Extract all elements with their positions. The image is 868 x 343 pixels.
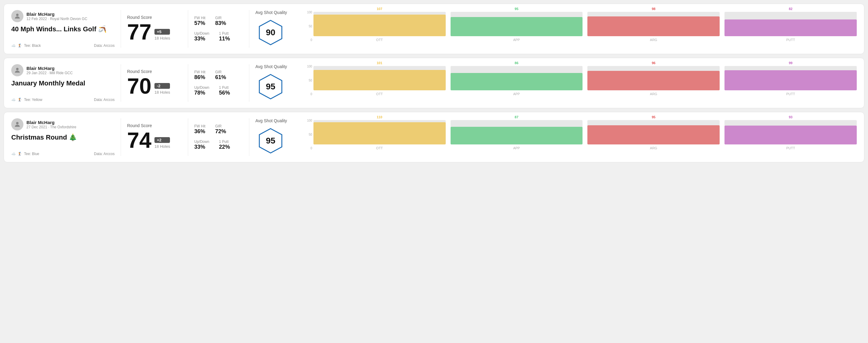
divider-1-1 — [121, 10, 121, 48]
y-axis-50: 50 — [307, 79, 312, 82]
stats-row-bottom-3: Up/Down 33% 1 Putt 22% — [194, 139, 243, 150]
gir-label-3: GIR — [215, 124, 226, 128]
score-main-1: 77 +5 18 Holes — [127, 21, 182, 43]
bag-icon-1: 🏌 — [18, 43, 22, 48]
score-holes-2: 18 Holes — [154, 90, 170, 95]
updown-stat-3: Up/Down 33% — [194, 139, 209, 150]
bar-fill-ott — [313, 70, 446, 90]
gir-value-3: 72% — [215, 128, 226, 135]
bar-group-arg: 96 ARG — [587, 61, 720, 96]
hexagon-wrap-2: 95 — [255, 71, 286, 102]
bar-group-putt: 99 PUTT — [724, 61, 857, 96]
stats-row-top-3: FW Hit 36% GIR 72% — [194, 124, 243, 135]
bar-value-putt: 82 — [789, 7, 792, 11]
bar-container-arg — [587, 120, 720, 145]
y-axis-100: 100 — [307, 11, 312, 14]
bar-group-putt: 82 PUTT — [724, 7, 857, 42]
round-title-1: 40 Mph Winds... Links Golf 🪃 — [11, 25, 115, 33]
divider-1-3 — [121, 118, 121, 156]
gir-stat-1: GIR 83% — [215, 16, 226, 27]
tee-info-2: ☁️ 🏌 Tee: Yellow — [11, 98, 42, 102]
bar-value-ott: 101 — [377, 61, 382, 65]
gir-stat-2: GIR 61% — [215, 70, 226, 81]
score-label-2: Round Score — [127, 69, 182, 74]
score-badge-3: +2 — [154, 137, 170, 143]
quality-label-3: Avg Shot Quality — [255, 118, 287, 123]
y-axis-0: 0 — [307, 38, 312, 42]
player-name-2: Blair McHarg — [26, 66, 73, 71]
bar-group-app: 95 APP — [451, 7, 583, 42]
bar-group-arg: 95 ARG — [587, 115, 720, 150]
bar-label-ott: OTT — [376, 146, 383, 150]
bar-fill-ott — [313, 122, 446, 145]
bar-fill-app — [451, 127, 583, 145]
stats-section-2: FW Hit 86% GIR 61% Up/Down 78% 1 Putt 56… — [194, 64, 243, 102]
round-title-3: Christmas Round 🎄 — [11, 133, 115, 142]
data-source-1: Data: Arccos — [94, 43, 115, 48]
score-main-2: 70 -2 18 Holes — [127, 75, 182, 97]
gir-value-2: 61% — [215, 74, 226, 81]
chart-section-2: 100 50 0 101 OTT 86 APP 96 ARG 99 — [301, 64, 857, 102]
fw-hit-label-3: FW Hit — [194, 124, 206, 128]
tee-label-2: Tee: Yellow — [24, 98, 42, 102]
divider-2-2 — [188, 64, 188, 102]
svg-point-4 — [16, 122, 19, 124]
cloud-icon-2: ☁️ — [11, 98, 16, 102]
bar-value-app: 86 — [515, 61, 518, 65]
cloud-icon-1: ☁️ — [11, 43, 16, 48]
updown-value-2: 78% — [194, 90, 209, 96]
player-name-1: Blair McHarg — [26, 11, 87, 17]
player-info-1: Blair McHarg 12 Feb 2022 · Royal North D… — [11, 10, 115, 22]
cloud-icon-3: ☁️ — [11, 152, 16, 156]
quality-label-1: Avg Shot Quality — [255, 10, 287, 15]
bar-value-app: 95 — [515, 7, 518, 11]
fw-hit-stat-3: FW Hit 36% — [194, 124, 206, 135]
bar-label-app: APP — [513, 38, 520, 42]
oneputt-label-1: 1 Putt — [219, 31, 230, 36]
hexagon-wrap-3: 95 — [255, 126, 286, 156]
y-axis-0: 0 — [307, 147, 312, 150]
hex-number-2: 95 — [266, 82, 275, 92]
bar-value-putt: 93 — [789, 115, 792, 119]
fw-hit-value-1: 57% — [194, 20, 206, 27]
tee-info-3: ☁️ 🏌 Tee: Blue — [11, 152, 39, 156]
chart-section-1: 100 50 0 107 OTT 95 APP 98 ARG 82 — [301, 10, 857, 48]
oneputt-stat-3: 1 Putt 22% — [219, 139, 230, 150]
bar-container-arg — [587, 12, 720, 36]
avatar-1 — [11, 10, 23, 22]
oneputt-value-1: 11% — [219, 36, 230, 42]
bar-value-ott: 107 — [377, 7, 382, 11]
bar-fill-arg — [587, 71, 720, 90]
bar-group-ott: 107 OTT — [313, 7, 446, 42]
score-badge-wrap-2: -2 18 Holes — [154, 83, 170, 97]
bar-value-app: 87 — [515, 115, 518, 119]
bar-container-ott — [313, 12, 446, 36]
bar-value-arg: 98 — [652, 7, 655, 11]
tee-row-3: ☁️ 🏌 Tee: Blue Data: Arccos — [11, 152, 115, 156]
fw-hit-stat-2: FW Hit 86% — [194, 70, 206, 81]
tee-label-3: Tee: Blue — [24, 152, 39, 156]
bar-fill-ott — [313, 14, 446, 36]
player-date-1: 12 Feb 2022 · Royal North Devon GC — [26, 17, 87, 21]
score-section-3: Round Score 74 +2 18 Holes — [127, 118, 182, 156]
round-title-2: January Monthly Medal — [11, 80, 115, 87]
svg-point-0 — [16, 14, 19, 16]
player-date-3: 27 Dec 2021 · The Oxfordshire — [26, 125, 76, 129]
avatar-2 — [11, 64, 23, 76]
bar-fill-arg — [587, 125, 720, 145]
score-holes-3: 18 Holes — [154, 144, 170, 149]
bar-label-putt: PUTT — [786, 38, 795, 42]
divider-2-1 — [188, 10, 188, 48]
bar-group-ott: 110 OTT — [313, 115, 446, 150]
tee-row-1: ☁️ 🏌 Tee: Black Data: Arccos — [11, 43, 115, 48]
divider-1-2 — [121, 64, 121, 102]
score-label-3: Round Score — [127, 123, 182, 128]
left-section-2: Blair McHarg 29 Jan 2022 · Mill Ride GCC… — [11, 64, 115, 102]
bar-container-putt — [724, 120, 857, 145]
bar-value-putt: 99 — [789, 61, 792, 65]
left-section-3: Blair McHarg 27 Dec 2021 · The Oxfordshi… — [11, 118, 115, 156]
bar-label-ott: OTT — [376, 38, 383, 42]
avatar-3 — [11, 118, 23, 130]
updown-stat-2: Up/Down 78% — [194, 86, 209, 96]
player-date-2: 29 Jan 2022 · Mill Ride GCC — [26, 71, 73, 75]
